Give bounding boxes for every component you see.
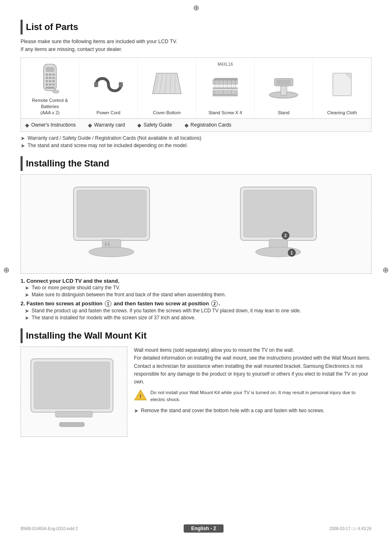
footer-date: 2008-03-17 □□ 4:43:26 [330,526,371,531]
stand-diagram-right: 1 2 [232,183,327,265]
warning-box: ! Do not install your Wall Mount Kit whi… [134,389,371,404]
circle-1: 1 [105,300,111,307]
svg-point-55 [89,247,134,257]
part-cloth: Cleaning Cloth [313,58,371,118]
svg-rect-13 [52,83,55,85]
footer-page-label: English - 2 [184,524,224,533]
list-of-parts-title: List of Parts [26,22,78,32]
wall-mount-diagram: ↑ [21,346,127,437]
svg-rect-1 [46,67,54,72]
svg-rect-53 [77,190,146,237]
svg-rect-14 [46,87,55,89]
svg-marker-25 [213,78,238,80]
svg-rect-58 [244,190,313,237]
part-stand-label: Stand [278,110,290,116]
reg-mark-left: ⊕ [3,265,9,275]
note-2: ➤ The stand and stand screw may not be i… [21,143,371,149]
doc-registration-label: Registration Cards [191,122,231,128]
svg-rect-4 [52,74,55,76]
svg-rect-12 [49,83,51,85]
wall-mount-text-block: Wall mount items (sold separately) allow… [134,346,371,437]
parts-notes: ➤ Warranty card / Safety Guide / Registr… [21,135,371,149]
cloth-icon [331,62,353,108]
remove-note-arrow: ➤ [134,407,138,415]
svg-text:↓↓: ↓↓ [104,240,110,247]
documents-row: ◆ Owner's Instructions ◆ Warranty card ◆… [21,119,371,132]
warning-text: Do not install your Wall Mount Kit while… [150,389,371,404]
wall-mount-title: Installing the Wall Mount Kit [26,330,147,341]
svg-rect-5 [46,77,48,79]
screw-model: M4XL16 [217,62,233,67]
step-1-sub-2: ➤ Make sure to distinguish between the f… [25,292,371,298]
page-footer: BN68-01465A-Eng-0310.indd 2 English - 2 … [0,524,392,533]
part-remote-label: Remote Control &Batteries(AAA x 2) [32,97,68,116]
part-cloth-label: Cleaning Cloth [327,110,357,116]
part-screw: M4XL16 [196,58,255,118]
svg-rect-2 [46,74,48,76]
doc-safety: ◆ Safety Guide [137,122,172,128]
list-of-parts-header: List of Parts [21,20,371,35]
svg-rect-9 [49,80,51,82]
svg-rect-69 [60,422,84,427]
part-cover-label: Cover-Bottom [153,110,181,116]
intro-text: Please make sure the following items are… [21,38,371,53]
power-cord-icon [92,62,125,108]
note-1-text: Warranty card / Safety Guide / Registrat… [28,135,201,141]
part-power-cord-label: Power Cord [97,110,120,116]
part-power-cord: Power Cord [79,58,138,118]
section-bar-3 [21,328,23,343]
note-arrow-2: ➤ [21,143,25,149]
doc-registration: ◆ Registration Cards [184,122,231,128]
svg-rect-49 [277,80,291,85]
svg-rect-16 [94,82,98,87]
cover-icon [150,62,183,108]
screw-icon [211,67,240,108]
note-2-text: The stand and stand screw may not be inc… [28,143,188,148]
svg-rect-37 [213,88,238,89]
step-2-text: Fasten two screws at position 1 and then… [26,300,220,307]
svg-rect-67 [55,411,92,417]
parts-table: Remote Control &Batteries(AAA x 2) Power… [21,58,371,132]
bullet-warranty: ◆ [88,122,92,128]
svg-text:!: ! [140,393,141,399]
section-bar [21,20,23,35]
svg-rect-59 [269,240,288,248]
step-1-num: 1. [21,278,26,284]
bullet-owners: ◆ [25,122,29,128]
circle-2: 2 [211,300,218,307]
svg-rect-7 [52,77,55,79]
reg-mark-top: ⊕ [193,3,199,12]
svg-text:1: 1 [291,251,293,255]
wall-mount-desc: Wall mount items (sold separately) allow… [134,346,371,386]
note-1: ➤ Warranty card / Safety Guide / Registr… [21,135,371,141]
svg-rect-17 [119,82,123,87]
bullet-safety: ◆ [137,122,141,128]
part-remote: Remote Control &Batteries(AAA x 2) [21,58,79,118]
installing-stand-header: Installing the Stand [21,156,371,171]
svg-rect-10 [52,80,55,82]
svg-rect-66 [34,362,110,409]
svg-rect-47 [281,85,287,95]
reg-mark-right: ⊕ [383,265,389,275]
section-bar-2 [21,156,23,171]
remote-icon [39,62,61,95]
stand-diagram: ↓↓ 1 2 [21,174,371,274]
part-cover: Cover-Bottom [138,58,196,118]
svg-rect-11 [46,83,48,85]
stand-diagram-left: ↓↓ [65,183,160,265]
svg-rect-38 [213,90,238,95]
doc-warranty-label: Warranty card [94,122,125,128]
step-2-sub-1: ➤ Stand the product up and fasten the sc… [25,308,371,314]
step-1-text: Connect your LCD TV and the stand. [26,278,119,284]
step-2-sub-2: ➤ The stand is installed for models with… [25,315,371,321]
footer-filename: BN68-01465A-Eng-0310.indd 2 [21,526,78,531]
bullet-registration: ◆ [184,122,189,128]
stand-instructions: 1. Connect your LCD TV and the stand. ➤ … [21,278,371,321]
warning-icon: ! [134,389,147,401]
doc-safety-label: Safety Guide [143,122,172,128]
step-1-sub-1: ➤ Two or more people should carry the TV… [25,285,371,291]
svg-rect-3 [49,74,51,76]
stand-icon [268,62,299,108]
step-2-num: 2. [21,300,26,307]
note-arrow-1: ➤ [21,135,25,141]
